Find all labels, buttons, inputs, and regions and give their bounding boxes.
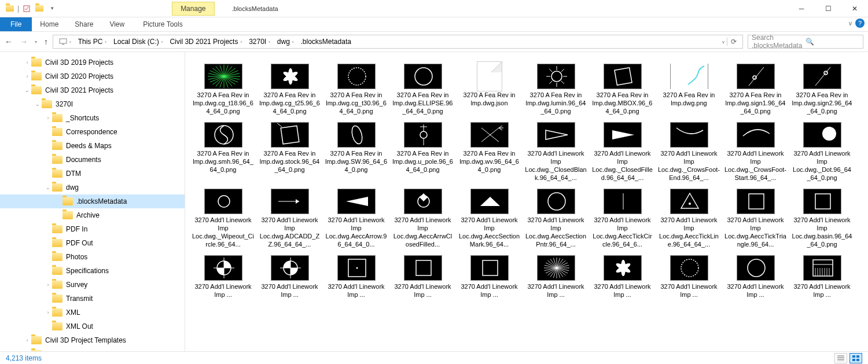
file-item[interactable]: 3270 Add'l Linework Imp Loc.dwg.AeccSect… bbox=[523, 185, 589, 252]
file-item[interactable]: 3270 A Fea Rev in lmp.dwg.sign2.96_64_64… bbox=[789, 60, 855, 119]
bc-disk[interactable]: Local Disk (C:)› bbox=[110, 38, 166, 46]
file-item[interactable]: 3270 Add'l Linework Imp Loc.dwg.basin.96… bbox=[789, 185, 855, 252]
search-input[interactable]: Search .blocksMetadata 🔍 bbox=[748, 35, 863, 49]
tab-manage[interactable]: Manage bbox=[172, 2, 214, 16]
file-item[interactable]: 3270 Add'l Linework Imp ... bbox=[323, 252, 389, 303]
tree-item[interactable]: Correspondence bbox=[0, 125, 185, 139]
file-item[interactable]: 3270 A Fea Rev in lmp.dwg.wv.96_64_64_0.… bbox=[456, 119, 523, 185]
tab-file[interactable]: File bbox=[0, 17, 32, 31]
bc-dwg[interactable]: dwg› bbox=[274, 38, 297, 46]
tree-item[interactable]: .blocksMetadata bbox=[0, 194, 185, 208]
tab-picture-tools[interactable]: Picture Tools bbox=[135, 17, 190, 31]
tab-share[interactable]: Share bbox=[67, 17, 101, 31]
tree-item[interactable]: ›_Shortcuts bbox=[0, 111, 185, 125]
bc-proj[interactable]: Civil 3D 2021 Projects› bbox=[166, 38, 245, 46]
breadcrumb-dropdown[interactable]: v bbox=[720, 39, 727, 45]
file-item[interactable]: 3270 A Fea Rev in lmp.dwg.ELLIPSE.96_64_… bbox=[389, 60, 456, 119]
ribbon-collapse-icon[interactable]: v bbox=[849, 20, 852, 27]
file-item[interactable]: 3270 Add'l Linework Imp ... bbox=[389, 252, 456, 303]
maximize-button[interactable]: ☐ bbox=[815, 0, 841, 17]
file-item[interactable]: 3270 Add'l Linework Imp Loc.dwg.AeccTick… bbox=[722, 185, 789, 252]
file-item[interactable]: 3270 Add'l Linework Imp ... bbox=[722, 252, 789, 303]
refresh-button[interactable]: ⟳ bbox=[727, 38, 740, 46]
file-item[interactable]: 3270 Add'l Linework Imp Loc.dwg.ADCADD_Z… bbox=[256, 185, 323, 252]
thumbnails-view-button[interactable] bbox=[849, 353, 862, 363]
tree-item[interactable]: XML Out bbox=[0, 319, 185, 333]
tree-item[interactable]: PDF In bbox=[0, 222, 185, 236]
breadcrumb[interactable]: › This PC› Local Disk (C:)› Civil 3D 202… bbox=[53, 35, 743, 49]
tree-item[interactable]: ⌄dwg bbox=[0, 181, 185, 194]
tree-item[interactable]: ›DeLorme Docs bbox=[0, 347, 185, 351]
folder-icon[interactable] bbox=[5, 3, 15, 14]
tree-item[interactable]: PDF Out bbox=[0, 236, 185, 250]
file-item[interactable]: 3270 A Fea Rev in lmp.dwg.cg_t30.96_64_6… bbox=[323, 60, 389, 119]
tree-item[interactable]: ›Civil 3D 2020 Projects bbox=[0, 69, 185, 83]
file-item[interactable]: 3270 Add'l Linework Imp Loc.dwg._ClosedF… bbox=[589, 119, 656, 185]
item-count: 4,213 items bbox=[6, 354, 42, 362]
file-item[interactable]: 3270 A Fea Rev in lmp.dwg.SW.96_64_64_0.… bbox=[323, 119, 389, 185]
bc-thispc[interactable]: This PC› bbox=[75, 38, 110, 46]
file-item[interactable]: 3270 A Fea Rev in lmp.dwg.MBOX.96_64_64_… bbox=[589, 60, 656, 119]
navigation-tree[interactable]: ›Civil 3D 2019 Projects›Civil 3D 2020 Pr… bbox=[0, 52, 185, 351]
properties-icon[interactable] bbox=[21, 3, 32, 14]
tree-item[interactable]: Archive bbox=[0, 208, 185, 222]
file-item[interactable]: 3270 Add'l Linework Imp Loc.dwg.AeccArro… bbox=[323, 185, 389, 252]
tree-item[interactable]: Specifications bbox=[0, 264, 185, 278]
file-item[interactable]: 3270 Add'l Linework Imp ... bbox=[656, 252, 722, 303]
forward-button[interactable]: → bbox=[20, 37, 28, 46]
file-item[interactable]: 3270 Add'l Linework Imp ... bbox=[190, 252, 256, 303]
file-item[interactable]: 3270 A Fea Rev in lmp.dwg.stock.96_64_64… bbox=[256, 119, 323, 185]
tree-item[interactable]: Documents bbox=[0, 153, 185, 167]
tree-item[interactable]: ›Civil 3D 2019 Projects bbox=[0, 56, 185, 69]
tree-item[interactable]: DTM bbox=[0, 167, 185, 181]
file-item[interactable]: 3270 A Fea Rev in lmp.dwg.lumin.96_64_64… bbox=[523, 60, 589, 119]
tab-view[interactable]: View bbox=[101, 17, 133, 31]
tree-item[interactable]: Deeds & Maps bbox=[0, 139, 185, 153]
file-item[interactable]: 3270 Add'l Linework Imp Loc.dwg.AeccTick… bbox=[589, 185, 656, 252]
tree-item[interactable]: Photos bbox=[0, 250, 185, 264]
file-item[interactable]: 3270 A Fea Rev in lmp.dwg.u_pole.96_64_6… bbox=[389, 119, 456, 185]
file-item[interactable]: 3270 A Fea Rev in lmp.dwg.smh.96_64_64_0… bbox=[190, 119, 256, 185]
file-item[interactable]: 3270 A Fea Rev in lmp.dwg.sign1.96_64_64… bbox=[722, 60, 789, 119]
file-item[interactable]: 3270 Add'l Linework Imp ... bbox=[589, 252, 656, 303]
file-item[interactable]: 3270 Add'l Linework Imp ... bbox=[789, 252, 855, 303]
file-item[interactable]: 3270 A Fea Rev in lmp.dwg.cg_t18.96_64_6… bbox=[190, 60, 256, 119]
file-item[interactable]: 3270 A Fea Rev in lmp.dwg.cg_t25.96_64_6… bbox=[256, 60, 323, 119]
file-item[interactable]: 3270 Add'l Linework Imp ... bbox=[456, 252, 523, 303]
svg-rect-71 bbox=[852, 359, 855, 361]
file-item[interactable]: 3270 Add'l Linework Imp ... bbox=[256, 252, 323, 303]
tree-item[interactable]: ⌄Civil 3D 2021 Projects bbox=[0, 83, 185, 97]
file-item[interactable]: 3270 A Fea Rev in lmp.dwg.png bbox=[656, 60, 722, 119]
search-icon[interactable]: 🔍 bbox=[806, 38, 859, 46]
file-item[interactable]: 3270 Add'l Linework Imp Loc.dwg._CrowsFo… bbox=[656, 119, 722, 185]
tree-item[interactable]: ›XML bbox=[0, 306, 185, 319]
file-item[interactable]: 3270 Add'l Linework Imp Loc.dwg._Wipeout… bbox=[190, 185, 256, 252]
file-item[interactable]: 3270 Add'l Linework Imp Loc.dwg.AeccTick… bbox=[656, 185, 722, 252]
qat-dropdown[interactable]: ▼ bbox=[47, 3, 57, 14]
file-item[interactable]: 3270 A Fea Rev in lmp.dwg.json bbox=[456, 60, 523, 119]
file-item[interactable]: 3270 Add'l Linework Imp ... bbox=[523, 252, 589, 303]
file-item[interactable]: 3270 Add'l Linework Imp Loc.dwg.AeccSect… bbox=[456, 185, 523, 252]
tree-item[interactable]: ›Survey bbox=[0, 278, 185, 292]
recent-dropdown[interactable]: ▾ bbox=[35, 39, 37, 45]
tab-home[interactable]: Home bbox=[32, 17, 67, 31]
up-button[interactable]: ↑ bbox=[44, 37, 48, 46]
bc-3270[interactable]: 3270I› bbox=[245, 38, 274, 46]
help-icon[interactable]: ? bbox=[855, 19, 865, 28]
minimize-button[interactable]: ─ bbox=[788, 0, 815, 17]
new-folder-icon[interactable] bbox=[34, 3, 45, 14]
file-grid[interactable]: 3270 A Fea Rev in lmp.dwg.cg_t18.96_64_6… bbox=[185, 52, 868, 351]
back-button[interactable]: ← bbox=[5, 37, 13, 46]
file-item[interactable]: 3270 Add'l Linework Imp Loc.dwg._CrowsFo… bbox=[722, 119, 789, 185]
tree-item[interactable]: ⌄3270I bbox=[0, 97, 185, 111]
bc-current[interactable]: .blocksMetadata bbox=[297, 38, 355, 46]
tree-item[interactable]: ›Civil 3D Project Templates bbox=[0, 333, 185, 347]
file-item[interactable]: 3270 Add'l Linework Imp Loc.dwg._Dot.96_… bbox=[789, 119, 855, 185]
svg-line-13 bbox=[561, 81, 564, 84]
tree-item[interactable]: Transmit bbox=[0, 292, 185, 306]
pc-icon[interactable]: › bbox=[56, 38, 75, 45]
file-item[interactable]: 3270 Add'l Linework Imp Loc.dwg._ClosedB… bbox=[523, 119, 589, 185]
details-view-button[interactable] bbox=[834, 353, 847, 363]
file-item[interactable]: 3270 Add'l Linework Imp Loc.dwg.AeccArrw… bbox=[389, 185, 456, 252]
close-button[interactable]: ✕ bbox=[841, 0, 868, 17]
